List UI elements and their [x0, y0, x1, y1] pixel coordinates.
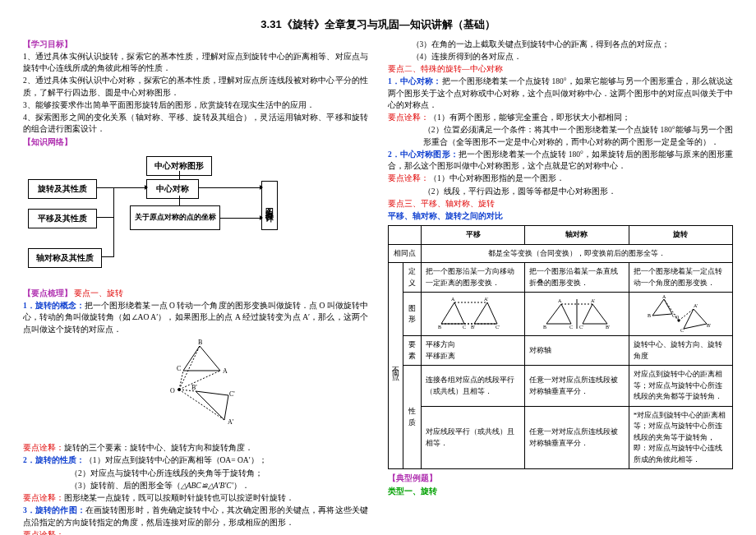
svg-text:A': A': [228, 418, 234, 426]
csf-tip2: （2）线段，平行四边形，圆等等都是中心对称图形．: [388, 186, 733, 197]
c1-def: 把一个图形沿某一方向移动一定距离的图形变换．: [422, 263, 525, 293]
svg-text:O: O: [675, 315, 680, 320]
rot-draw-hdr: 3．旋转的作图：: [23, 506, 85, 514]
tip-hdr-3: 要点诠释：: [23, 529, 368, 535]
tip-hdr-2: 要点诠释：: [23, 494, 64, 502]
connector: [113, 187, 114, 257]
rotation-concept-line: 1．旋转的概念：把一个图形绕着某一点 O 转动一个角度的图形变换叫做旋转．点 O…: [23, 300, 368, 335]
row-prop: 性质: [403, 366, 422, 469]
step-3: （3）在角的一边上截取关键点到旋转中心的距离，得到各点的对应点；: [388, 39, 733, 50]
svg-text:B: B: [543, 325, 546, 330]
section-key-points-header: 【要点梳理】: [23, 289, 72, 297]
goal-4: 4、探索图形之间的变化关系（轴对称、平移、旋转及其组合），灵活运用轴对称、平移和…: [23, 112, 368, 136]
comparison-table: 平移 轴对称 旋转 相同点 都是全等变换（合同变换），即变换前后的图形全等． 不…: [388, 225, 733, 469]
svg-text:A: A: [223, 367, 228, 375]
svg-text:A: A: [662, 294, 666, 299]
svg-marker-10: [441, 302, 464, 324]
svg-marker-0: [183, 346, 220, 371]
c3-fig: ABC A'B'C'O: [629, 293, 732, 336]
goal-2: 2、通过具体实例认识中心对称，探索它的基本性质，理解对应点所连线段被对称中心平分…: [23, 75, 368, 99]
connector: [179, 171, 180, 179]
c3-p2: *对应点到旋转中心的距离相等；对应点与旋转中心所连线段的夹角等于旋转角，即：对应…: [629, 406, 732, 469]
svg-marker-18: [546, 304, 571, 324]
th-translate: 平移: [422, 226, 525, 245]
comparison-header: 平移、轴对称、旋转之间的对比: [388, 210, 733, 222]
prop3b: △ABC≌△A'B'C': [181, 482, 233, 490]
page-title: 3.31《旋转》全章复习与巩固—知识讲解（基础）: [23, 16, 733, 33]
box-design: 图案设计: [261, 181, 278, 230]
cs-tip1-text: （1）有两个图形，能够完全重合，即形状大小都相同；: [429, 113, 630, 122]
svg-text:A': A': [591, 298, 595, 303]
prop3: （3）旋转前、后的图形全等（△ABC≌△A'B'C'）．: [23, 480, 368, 491]
svg-marker-11: [474, 302, 497, 324]
th-empty: [389, 226, 422, 245]
tip-direction: 要点诠释：图形绕某一点旋转，既可以按顺时针旋转也可以按逆时针旋转．: [23, 492, 368, 504]
two-column-layout: 【学习目标】 1、通过具体实例认识旋转，探索它的基本性质，理解对应点到旋转中心的…: [23, 38, 733, 536]
knowledge-flowchart: 中心对称图形 旋转及其性质 中心对称 平移及其性质 关于原点对称的点的坐标 图案…: [23, 156, 368, 279]
box-rotate-prop: 旋转及其性质: [28, 179, 97, 199]
rot-draw-line: 3．旋转的作图：在画旋转图形时，首先确定旋转中心，其次确定图形的关键点，再将这些…: [23, 505, 368, 528]
svg-text:B': B': [707, 323, 711, 328]
svg-marker-1: [196, 391, 228, 420]
box-axial-sym-prop: 轴对称及其性质: [28, 248, 102, 268]
c1-elem: 平移方向 平移距离: [422, 336, 525, 366]
svg-marker-28: [684, 309, 707, 329]
cs-hdr: 1．中心对称：: [388, 77, 442, 85]
section-goals-header: 【学习目标】: [23, 39, 368, 50]
c2-fig: ABC A'C'B': [525, 293, 629, 336]
goal-3: 3、能够按要求作出简单平面图形旋转后的图形，欣赏旋转在现实生活中的应用．: [23, 99, 368, 111]
section-key-points-line: 【要点梳理】 要点一、旋转: [23, 288, 368, 299]
svg-text:B': B': [606, 325, 610, 330]
svg-text:A: A: [558, 298, 562, 303]
csf-hdr: 2．中心对称图形：: [388, 150, 459, 159]
rotation-diagram: O B A C B' A' C': [23, 342, 368, 436]
connector: [199, 187, 260, 188]
left-column: 【学习目标】 1、通过具体实例认识旋转，探索它的基本性质，理解对应点到旋转中心的…: [23, 38, 368, 536]
cs-tip1: 要点诠释：（1）有两个图形，能够完全重合，即形状大小都相同；: [388, 112, 733, 123]
svg-text:B: B: [438, 325, 441, 330]
svg-text:B: B: [648, 313, 651, 318]
key-point-1-header: 要点一、旋转: [74, 289, 123, 297]
csf-tip1-text: （1）中心对称图形指的是一个图形．: [429, 174, 565, 182]
c3-def: 把一个图形绕着某一定点转动一个角度的图形变换．: [629, 263, 732, 293]
c1-p2: 对应线段平行（或共线）且相等．: [422, 406, 525, 469]
tip-hdr: 要点诠释：: [23, 444, 64, 452]
box-origin-sym-coord: 关于原点对称的点的坐标: [130, 205, 220, 230]
section-examples-header: 【典型例题】: [388, 473, 733, 484]
svg-marker-27: [652, 299, 672, 316]
right-column: （3）在角的一边上截取关键点到旋转中心的距离，得到各点的对应点； （4）连接所得…: [388, 38, 733, 536]
row-diff-hdr: 不同点: [389, 263, 403, 469]
svg-text:A': A': [694, 303, 698, 308]
svg-text:B': B': [471, 325, 475, 330]
box-translate-prop: 平移及其性质: [28, 209, 97, 228]
prop3c: ）．: [233, 482, 250, 490]
prop1: （1）对应点到旋转中心的距离相等（OA= OA′）；: [85, 456, 267, 464]
rot-concept-hdr: 1．旋转的概念：: [23, 302, 85, 310]
connector: [220, 218, 260, 219]
svg-text:A': A': [484, 297, 488, 302]
c1-fig: ABC A'B'C': [422, 293, 525, 336]
connector: [102, 256, 113, 257]
row-same-hdr: 相同点: [389, 244, 422, 263]
c2-p2: 任意一对对应点所连线段被对称轴垂直平分．: [525, 406, 629, 469]
svg-text:C': C': [229, 390, 235, 398]
svg-text:C: C: [177, 365, 181, 372]
svg-text:O: O: [170, 387, 175, 394]
key-point-2-header: 要点二、特殊的旋转—中心对称: [388, 63, 733, 75]
connector: [97, 187, 145, 188]
svg-text:C': C': [579, 325, 583, 330]
prop2: （2）对应点与旋转中心所连线段的夹角等于旋转角；: [23, 468, 368, 479]
th-rotate: 旋转: [629, 226, 732, 245]
c2-elem: 对称轴: [525, 336, 629, 366]
tip-hdr-r2: 要点诠释：: [388, 174, 429, 182]
svg-marker-19: [583, 304, 607, 324]
cs-tip2: （2）位置必须满足一个条件：将其中一个图形绕着某一个点旋转 180°能够与另一个…: [388, 124, 733, 148]
row-fig: 图形: [403, 293, 422, 336]
svg-text:A: A: [451, 297, 455, 302]
rot-prop-line: 2．旋转的性质：（1）对应点到旋转中心的距离相等（OA= OA′）；: [23, 454, 368, 466]
tip-dir: 图形绕某一点旋转，既可以按顺时针旋转也可以按逆时针旋转．: [64, 494, 294, 502]
prop3a: （3）旋转前、后的图形全等（: [70, 482, 181, 490]
connector: [97, 217, 113, 218]
svg-text:C': C': [496, 325, 500, 330]
step-4: （4）连接所得到的各对应点．: [388, 51, 733, 62]
